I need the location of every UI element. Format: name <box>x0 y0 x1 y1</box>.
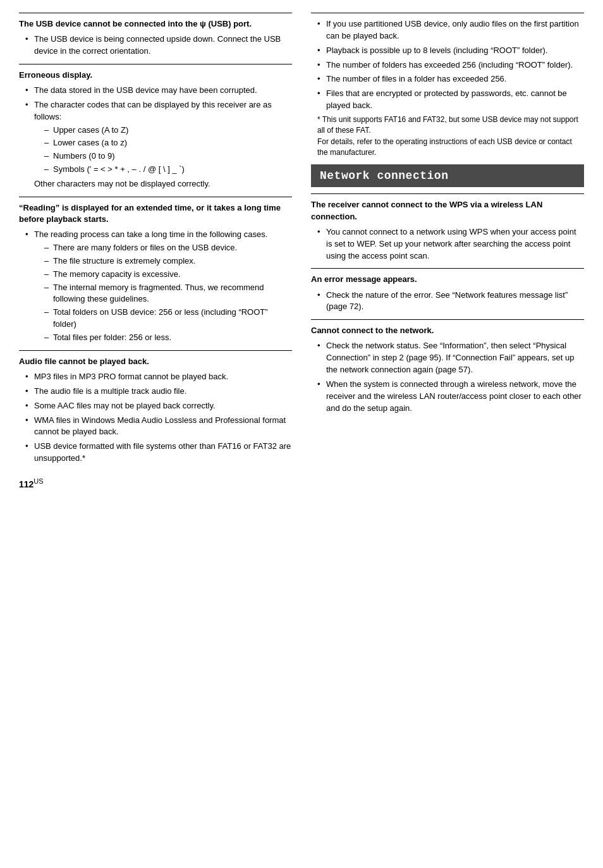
section-title-wps: The receiver cannot connect to the WPS v… <box>311 199 584 222</box>
list-item: You cannot connect to a network using WP… <box>317 226 584 262</box>
section-usb-cannot-connect: The USB device cannot be connected into … <box>19 13 292 58</box>
list-item: Check the nature of the error. See “Netw… <box>317 290 584 314</box>
section-title-usb: The USB device cannot be connected into … <box>19 18 292 30</box>
character-codes-list: Upper cases (A to Z) Lower cases (a to z… <box>34 125 292 176</box>
sub-list-item: The memory capacity is excessive. <box>44 269 292 281</box>
page-number: 112US <box>19 477 292 489</box>
page-superscript: US <box>34 477 43 485</box>
list-item: USB device formatted with file systems o… <box>25 441 292 465</box>
list-item: The number of files in a folder has exce… <box>317 73 584 85</box>
fat-note: * This unit supports FAT16 and FAT32, bu… <box>311 114 584 159</box>
sub-list-item: The file structure is extremely complex. <box>44 255 292 267</box>
list-item: If you use partitioned USB device, only … <box>317 18 584 42</box>
intro-list: If you use partitioned USB device, only … <box>311 18 584 112</box>
list-item: Check the network status. See “Informati… <box>317 340 584 376</box>
section-title-cannot-connect: Cannot connect to the network. <box>311 325 584 336</box>
list-item: The number of folders has exceeded 256 (… <box>317 59 584 71</box>
section-title-error: An error message appears. <box>311 274 584 285</box>
right-column: If you use partitioned USB device, only … <box>311 13 584 489</box>
sub-list-item: Upper cases (A to Z) <box>44 125 292 137</box>
list-item: The reading process can take a long time… <box>25 229 292 344</box>
intro-section: If you use partitioned USB device, only … <box>311 13 584 158</box>
network-connection-heading: Network connection <box>311 164 584 187</box>
list-item: The data stored in the USB device may ha… <box>25 85 292 97</box>
reading-sub-list: There are many folders or files on the U… <box>34 242 292 344</box>
list-item: Playback is possible up to 8 levels (inc… <box>317 45 584 57</box>
section-title-audio: Audio file cannot be played back. <box>19 356 292 367</box>
wps-list: You cannot connect to a network using WP… <box>311 226 584 262</box>
list-item: The USB device is being connected upside… <box>25 34 292 58</box>
usb-cannot-list: The USB device is being connected upside… <box>19 34 292 58</box>
error-list: Check the nature of the error. See “Netw… <box>311 290 584 314</box>
reading-list: The reading process can take a long time… <box>19 229 292 344</box>
sub-list-item: Numbers (0 to 9) <box>44 150 292 162</box>
list-item: The character codes that can be displaye… <box>25 99 292 190</box>
sub-list-item: There are many folders or files on the U… <box>44 242 292 254</box>
left-column: The USB device cannot be connected into … <box>19 13 292 489</box>
section-cannot-connect: Cannot connect to the network. Check the… <box>311 319 584 414</box>
list-item: Files that are encrypted or protected by… <box>317 88 584 112</box>
section-wps-wireless: The receiver cannot connect to the WPS v… <box>311 193 584 262</box>
list-item: Some AAC files may not be played back co… <box>25 400 292 412</box>
list-item: WMA files in Windows Media Audio Lossles… <box>25 415 292 439</box>
list-item: MP3 files in MP3 PRO format cannot be pl… <box>25 371 292 383</box>
section-title-reading: “Reading” is displayed for an extended t… <box>19 202 292 225</box>
sub-list-item: Lower cases (a to z) <box>44 137 292 149</box>
sub-list-item: Total folders on USB device: 256 or less… <box>44 307 292 331</box>
section-reading-extended: “Reading” is displayed for an extended t… <box>19 197 292 344</box>
section-audio-file: Audio file cannot be played back. MP3 fi… <box>19 350 292 465</box>
audio-list: MP3 files in MP3 PRO format cannot be pl… <box>19 371 292 465</box>
section-error-message: An error message appears. Check the natu… <box>311 268 584 313</box>
cannot-connect-list: Check the network status. See “Informati… <box>311 340 584 414</box>
sub-list-item: Symbols (' = < > * + , – . / @ [ \ ] _ `… <box>44 164 292 176</box>
sub-list-item: The internal memory is fragmented. Thus,… <box>44 282 292 306</box>
list-item: The audio file is a multiple track audio… <box>25 386 292 398</box>
section-erroneous-display: Erroneous display. The data stored in th… <box>19 64 292 190</box>
list-item: When the system is connected through a w… <box>317 379 584 415</box>
sub-list-item: Total files per folder: 256 or less. <box>44 332 292 344</box>
section-title-erroneous: Erroneous display. <box>19 70 292 81</box>
erroneous-list: The data stored in the USB device may ha… <box>19 85 292 190</box>
